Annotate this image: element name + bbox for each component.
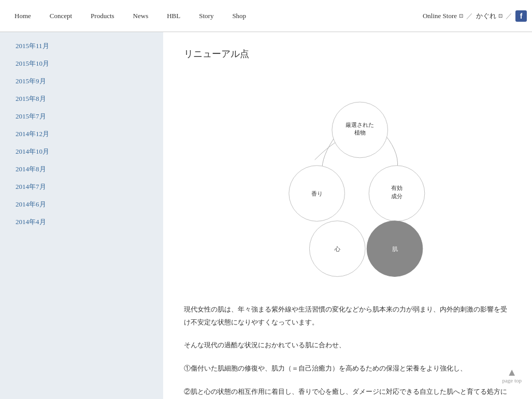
body-paragraph-0: 現代女性の肌は、年々強まる紫外線や生活習慣の変化などから肌本来の力が弱まり、内外…	[184, 303, 511, 329]
nav-online-store[interactable]: Online Store ⊡	[423, 12, 463, 20]
sidebar-item-8[interactable]: 2014年7月	[0, 178, 163, 196]
external-link-icon: ⊡	[459, 13, 463, 19]
svg-text:成分: 成分	[391, 193, 402, 199]
sidebar-item-3[interactable]: 2015年8月	[0, 90, 163, 108]
page-title: リニューアル点	[184, 48, 511, 60]
sidebar-item-2[interactable]: 2015年9月	[0, 72, 163, 90]
nav-story[interactable]: Story	[190, 0, 223, 32]
sidebar-item-6[interactable]: 2014年10月	[0, 143, 163, 160]
sidebar-item-10[interactable]: 2014年4月	[0, 213, 163, 231]
nav-news[interactable]: News	[124, 0, 158, 32]
sidebar-item-9[interactable]: 2014年6月	[0, 196, 163, 213]
nav-shop[interactable]: Shop	[223, 0, 255, 32]
page-layout: 2015年11月 2015年10月 2015年9月 2015年8月 2015年7…	[0, 32, 532, 399]
diagram-svg: 厳選された 植物 香り 有効 成分 心 肌	[249, 76, 446, 283]
body-paragraph-1: そんな現代の過酷な状況におかれている肌に合わせ、	[184, 339, 511, 352]
external-link-icon-2: ⊡	[498, 13, 502, 19]
sidebar-item-4[interactable]: 2015年7月	[0, 108, 163, 125]
circle-aroma-label: 香り	[311, 190, 323, 197]
diagram-container: 厳選された 植物 香り 有効 成分 心 肌	[184, 76, 511, 283]
circle-skin-label: 肌	[392, 246, 398, 252]
circle-heart-label: 心	[334, 246, 340, 252]
nav-concept[interactable]: Concept	[40, 0, 81, 32]
main-content: リニューアル点	[163, 32, 532, 399]
sidebar: 2015年11月 2015年10月 2015年9月 2015年8月 2015年7…	[0, 32, 163, 399]
sidebar-item-7[interactable]: 2014年8月	[0, 160, 163, 178]
nav-home[interactable]: Home	[5, 0, 40, 32]
circle-plants-label: 厳選された	[346, 122, 374, 128]
facebook-icon: f	[515, 10, 527, 22]
sidebar-item-5[interactable]: 2014年12月	[0, 125, 163, 143]
back-to-top-label: page top	[502, 377, 522, 383]
sidebar-item-0[interactable]: 2015年11月	[0, 37, 163, 55]
nav-kagure[interactable]: かぐれ ⊡	[476, 11, 502, 21]
main-nav: Home Concept Products News HBL Story Sho…	[0, 0, 532, 32]
body-paragraph-2: ①傷付いた肌細胞の修復や、肌力（＝自己治癒力）を高めるための保湿と栄養をより強化…	[184, 362, 511, 375]
nav-slash-2: ／	[506, 11, 512, 21]
nav-products[interactable]: Products	[81, 0, 124, 32]
back-to-top-arrow-icon: ▲	[507, 367, 517, 377]
nav-hbl[interactable]: HBL	[157, 0, 190, 32]
nav-facebook[interactable]: f	[515, 10, 527, 22]
circle-active-label: 有効	[391, 185, 402, 191]
body-paragraph-3: ②肌と心の状態の相互作用に着目し、香りで心を癒し、ダメージに対応できる自立した肌…	[184, 386, 511, 399]
sidebar-item-1[interactable]: 2015年10月	[0, 55, 163, 72]
nav-slash-1: ／	[466, 11, 473, 21]
svg-text:植物: 植物	[354, 130, 366, 136]
back-to-top-link[interactable]: ▲ page top	[502, 367, 522, 383]
